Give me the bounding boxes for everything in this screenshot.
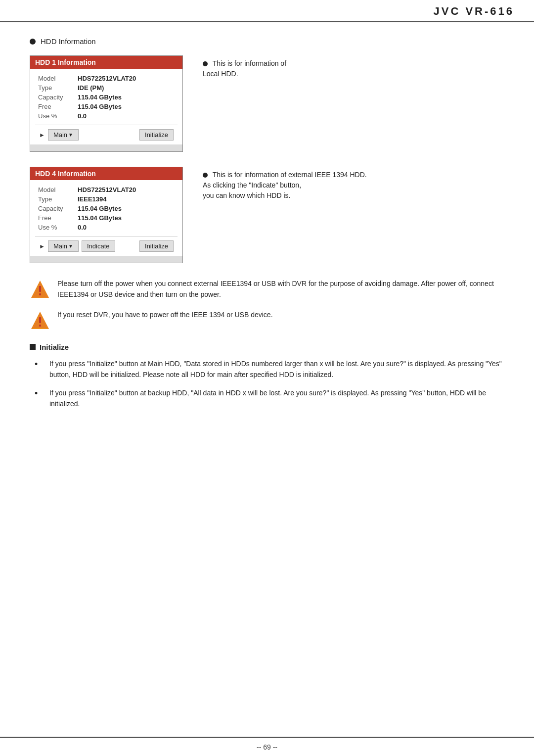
table-row: Capacity 115.04 GBytes — [35, 204, 178, 213]
hdd1-row: HDD 1 Information Model HDS722512VLAT20 … — [30, 55, 504, 152]
table-row: Type IEEE1394 — [35, 194, 178, 204]
initialize-section: Initialize If you press "Initialize" but… — [30, 343, 504, 410]
hdd1-info-table: Model HDS722512VLAT20 Type IDE (PM) Capa… — [35, 74, 178, 121]
hdd1-panel-title: HDD 1 Information — [30, 56, 182, 69]
hdd4-note-text: This is for information of external IEEE… — [203, 171, 367, 199]
hdd4-free-label: Free — [35, 213, 75, 223]
hdd1-type-value: IDE (PM) — [75, 83, 178, 93]
hdd1-free-label: Free — [35, 102, 75, 111]
hdd4-arrow-icon: ► — [39, 243, 45, 250]
dropdown-arrow-icon: ▼ — [68, 243, 73, 249]
hdd4-info-note: This is for information of external IEEE… — [203, 167, 504, 201]
hdd4-type-value: IEEE1394 — [75, 194, 178, 204]
table-row: Use % 0.0 — [35, 223, 178, 232]
table-row: Model HDS722512VLAT20 — [35, 74, 178, 83]
hdd1-initialize-button[interactable]: Initialize — [139, 129, 174, 141]
hdd1-panel: HDD 1 Information Model HDS722512VLAT20 … — [30, 55, 183, 152]
hdd1-button-row: ► Main ▼ Initialize — [35, 125, 178, 144]
warning-section: Please turn off the power when you conne… — [30, 278, 504, 331]
hdd1-type-label: Type — [35, 83, 75, 93]
hdd4-indicate-button[interactable]: Indicate — [82, 240, 115, 252]
footer: -- 69 -- — [0, 737, 534, 756]
warning2-row: If you reset DVR, you have to power off … — [30, 309, 504, 331]
hdd4-type-label: Type — [35, 194, 75, 204]
svg-rect-9 — [39, 325, 41, 327]
hdd1-use-value: 0.0 — [75, 111, 178, 121]
hdd4-button-row: ► Main ▼ Indicate Initialize — [35, 236, 178, 256]
hdd1-capacity-value: 115.04 GBytes — [75, 93, 178, 102]
init-bullet2-text: If you press "Initialize" button at back… — [44, 387, 504, 410]
hdd1-model-value: HDS722512VLAT20 — [75, 74, 178, 83]
main-content: HDD Information HDD 1 Information Model … — [0, 22, 534, 446]
table-row: Free 115.04 GBytes — [35, 213, 178, 223]
hdd1-panel-body: Model HDS722512VLAT20 Type IDE (PM) Capa… — [30, 69, 182, 144]
hdd1-model-label: Model — [35, 74, 75, 83]
hdd4-free-value: 115.04 GBytes — [75, 213, 178, 223]
svg-rect-8 — [39, 317, 41, 323]
page-number: -- 69 -- — [257, 743, 277, 751]
note-bullet-icon — [203, 173, 208, 178]
initialize-heading-label: Initialize — [40, 343, 69, 351]
hdd4-initialize-button[interactable]: Initialize — [139, 240, 174, 252]
table-row: Capacity 115.04 GBytes — [35, 93, 178, 102]
hdd4-progress-bar — [30, 256, 182, 263]
hdd4-model-label: Model — [35, 185, 75, 194]
table-row: Free 115.04 GBytes — [35, 102, 178, 111]
hdd4-row: HDD 4 Information Model HDS722512VLAT20 … — [30, 167, 504, 263]
warning1-icon — [30, 279, 50, 300]
initialize-heading: Initialize — [30, 343, 504, 351]
hdd4-use-label: Use % — [35, 223, 75, 232]
hdd4-use-value: 0.0 — [75, 223, 178, 232]
hdd1-note-text: This is for information ofLocal HDD. — [203, 59, 286, 78]
section-heading: HDD Information — [30, 37, 504, 46]
section-heading-label: HDD Information — [41, 37, 96, 46]
hdd4-model-value: HDS722512VLAT20 — [75, 185, 178, 194]
hdd1-capacity-label: Capacity — [35, 93, 75, 102]
warning1-text: Please turn off the power when you conne… — [57, 278, 504, 300]
header-title: JVC VR-616 — [433, 5, 514, 18]
bullet-icon — [30, 39, 36, 45]
table-row: Type IDE (PM) — [35, 83, 178, 93]
hdd1-info-note: This is for information ofLocal HDD. — [203, 55, 504, 79]
hdd4-panel-body: Model HDS722512VLAT20 Type IEEE1394 Capa… — [30, 180, 182, 256]
hdd1-free-value: 115.04 GBytes — [75, 102, 178, 111]
warning2-icon — [30, 310, 50, 331]
warning2-text: If you reset DVR, you have to power off … — [57, 309, 504, 320]
hdd4-info-table: Model HDS722512VLAT20 Type IEEE1394 Capa… — [35, 185, 178, 232]
note-bullet-icon — [203, 61, 208, 66]
dropdown-arrow-icon: ▼ — [68, 132, 73, 138]
hdd1-progress-bar — [30, 144, 182, 151]
hdd1-main-button[interactable]: Main ▼ — [48, 129, 79, 141]
svg-rect-3 — [39, 286, 41, 292]
hdd4-capacity-value: 115.04 GBytes — [75, 204, 178, 213]
init-bullet1-text: If you press "Initialize" button at Main… — [44, 358, 504, 380]
hdd1-use-label: Use % — [35, 111, 75, 121]
hdd4-panel-title: HDD 4 Information — [30, 167, 182, 180]
hdd4-capacity-label: Capacity — [35, 204, 75, 213]
table-row: Use % 0.0 — [35, 111, 178, 121]
hdd4-panel: HDD 4 Information Model HDS722512VLAT20 … — [30, 167, 183, 263]
header: JVC VR-616 — [0, 0, 534, 22]
initialize-bullet-list: If you press "Initialize" button at Main… — [30, 358, 504, 410]
table-row: Model HDS722512VLAT20 — [35, 185, 178, 194]
warning1-row: Please turn off the power when you conne… — [30, 278, 504, 300]
hdd1-arrow-icon: ► — [39, 132, 45, 139]
svg-rect-4 — [39, 293, 41, 295]
list-item: If you press "Initialize" button at back… — [35, 387, 504, 410]
list-item: If you press "Initialize" button at Main… — [35, 358, 504, 380]
square-bullet-icon — [30, 344, 36, 350]
hdd4-main-button[interactable]: Main ▼ — [48, 240, 79, 252]
